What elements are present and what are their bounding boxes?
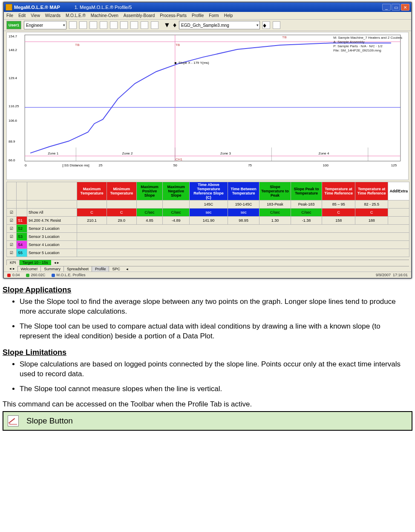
toolbar-icon[interactable] xyxy=(120,21,128,29)
minimize-button[interactable]: _ xyxy=(382,4,391,11)
toolbar-icon[interactable] xyxy=(110,21,118,29)
svg-text:Slope X - 179 Y(ms): Slope X - 179 Y(ms) xyxy=(179,61,209,65)
svg-text:Zone 4: Zone 4 xyxy=(319,152,329,155)
svg-text:Zone 2: Zone 2 xyxy=(122,152,133,155)
menu-machine[interactable]: Machine-Oven xyxy=(91,13,118,18)
bullet: Slope calculations are based on logged p… xyxy=(20,360,412,379)
menu-assembly[interactable]: Assembly-Board xyxy=(124,13,155,18)
worksheet-tabs: ◂ ▸ Welcome! Summary Spreadsheet Profile… xyxy=(4,265,411,272)
bullet: The Slope tool can be used to compare ac… xyxy=(20,322,412,341)
sensor-row: ☑S194.200 4.7K Resist 210.129.04.85-4.89… xyxy=(7,217,409,225)
svg-text:CH1: CH1 xyxy=(176,157,183,161)
toolbar-icon[interactable] xyxy=(69,21,77,29)
svg-text:[:SS Distance ms]: [:SS Distance ms] xyxy=(62,163,89,167)
svg-text:TB: TB xyxy=(176,43,180,47)
user-button[interactable]: User1 xyxy=(6,21,21,29)
titlebar: MegaM.O.L.E.® MAP 1. MegaM.O.L.E.® Profi… xyxy=(4,3,411,12)
bullet: Use the Slope tool to find the average s… xyxy=(20,297,412,317)
menu-help[interactable]: Help xyxy=(224,13,233,18)
sensor-row: ☑S3Sensor 3 Location xyxy=(7,233,409,241)
svg-text:TB: TB xyxy=(282,35,286,39)
svg-text:88.9: 88.9 xyxy=(9,140,15,143)
sensor-row: ☑S5Sensor 5 Location xyxy=(7,249,409,257)
svg-text:129.4: 129.4 xyxy=(9,76,17,80)
svg-text:TB: TB xyxy=(75,43,79,47)
menu-mole[interactable]: M.O.L.E.® xyxy=(66,13,86,18)
svg-text:148.2: 148.2 xyxy=(9,48,17,52)
heading-applications: Slope Applications xyxy=(3,286,412,295)
svg-text:75: 75 xyxy=(248,163,252,167)
app-icon xyxy=(6,4,12,11)
file-combo[interactable]: EGD_Gch_Sample3.mng xyxy=(179,21,260,29)
grid-header-row: Maximum Temperature Minimum Temperature … xyxy=(7,182,409,200)
data-grid[interactable]: Maximum Temperature Minimum Temperature … xyxy=(6,182,409,257)
menubar: File Edit View Wizards M.O.L.E.® Machine… xyxy=(4,12,411,20)
svg-text:116.25: 116.25 xyxy=(9,104,19,108)
maximize-button[interactable]: ▭ xyxy=(392,4,400,11)
toolbar-icon[interactable] xyxy=(130,21,138,29)
sensor-row: ☑S2Sensor 2 Location xyxy=(7,225,409,233)
bullet: The Slope tool cannot measure slopes whe… xyxy=(20,384,412,394)
svg-text:Zone 3: Zone 3 xyxy=(220,152,231,155)
tab-summary[interactable]: Summary xyxy=(40,266,64,272)
slope-button-row: Slope Button xyxy=(3,411,412,431)
toolbar: User1 Engineer ▼ ♦ EGD_Gch_Sample3.mng ♦ xyxy=(4,20,411,31)
chart-legend: M: Sample Machine_7 Heaters and 2 Cooler… xyxy=(333,36,402,53)
grid-units-row: ☑Show All CC C/secC/sec secsec C/secC/se… xyxy=(7,209,409,217)
target-tab[interactable]: Target 10 - 15s xyxy=(19,260,52,265)
svg-rect-9 xyxy=(175,62,176,64)
svg-text:125: 125 xyxy=(391,163,397,167)
kpi-tabs: KPI Target 10 - 15s ◂ ▸ xyxy=(4,259,411,265)
title-2: 1. MegaM.O.L.E.® Profile/5 xyxy=(75,5,132,10)
svg-text:100: 100 xyxy=(323,163,329,167)
svg-text:25: 25 xyxy=(98,163,102,167)
svg-text:66.0: 66.0 xyxy=(9,158,15,162)
sensor-row: ☑S4Sensor 4 Location xyxy=(7,241,409,249)
paragraph: This command can be accessed on the Tool… xyxy=(3,400,412,409)
svg-rect-0 xyxy=(25,35,401,161)
svg-text:154.7: 154.7 xyxy=(9,34,17,38)
slope-icon[interactable] xyxy=(8,415,19,426)
toolbar-icon[interactable] xyxy=(89,21,97,29)
menu-edit[interactable]: Edit xyxy=(18,13,26,18)
tab-profile[interactable]: Profile xyxy=(92,266,110,272)
toolbar-icon[interactable] xyxy=(79,21,87,29)
role-combo[interactable]: Engineer xyxy=(24,21,66,29)
menu-view[interactable]: View xyxy=(31,13,40,18)
title-1: MegaM.O.L.E.® MAP xyxy=(14,5,60,10)
menu-form[interactable]: Form xyxy=(209,13,219,18)
grid-subheader-row: 145C150-145C 183-PeakPeak-183 85 – 9582 … xyxy=(7,200,409,209)
slope-tool-icon[interactable] xyxy=(141,21,148,29)
heading-limitations: Slope Limitations xyxy=(3,348,412,357)
menu-wizards[interactable]: Wizards xyxy=(45,13,61,18)
statusbar: 0.04 260.02C M.O.L.E. Profiles 9/9/2007 … xyxy=(4,272,411,278)
svg-text:0: 0 xyxy=(25,163,27,167)
tab-welcome[interactable]: Welcome! xyxy=(17,266,41,272)
menu-profile[interactable]: Profile xyxy=(192,13,204,18)
slope-button-label: Slope Button xyxy=(26,416,73,426)
tab-spc[interactable]: SPC xyxy=(109,266,124,272)
toolbar-icon[interactable] xyxy=(100,21,107,29)
svg-text:Zone 1: Zone 1 xyxy=(48,152,58,155)
toolbar-icon[interactable] xyxy=(273,21,280,29)
chart-area[interactable]: Slope X - 179 Y(ms) TB TB TB CH1 154.7 1… xyxy=(6,32,409,180)
kpi-tab[interactable]: KPI xyxy=(6,260,20,265)
app-window: MegaM.O.L.E.® MAP 1. MegaM.O.L.E.® Profi… xyxy=(3,2,412,279)
menu-process[interactable]: Process-Parts xyxy=(160,13,187,18)
svg-text:50: 50 xyxy=(173,163,177,167)
menu-file[interactable]: File xyxy=(6,13,13,18)
toolbar-icon[interactable] xyxy=(151,21,159,29)
toolbar-icon[interactable]: ♦ xyxy=(262,21,270,29)
close-button[interactable]: ✕ xyxy=(401,4,409,11)
tab-spreadsheet[interactable]: Spreadsheet xyxy=(63,266,92,272)
svg-text:106.6: 106.6 xyxy=(9,119,17,123)
